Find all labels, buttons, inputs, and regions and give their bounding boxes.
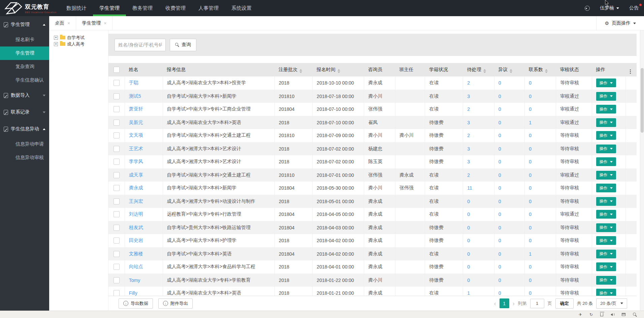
student-name-link[interactable]: Filly	[129, 290, 137, 296]
row-action-button[interactable]: 操作	[596, 197, 616, 206]
row-checkbox[interactable]	[114, 264, 120, 270]
row-action-button[interactable]: 操作	[596, 131, 616, 140]
row-checkbox[interactable]	[114, 80, 120, 86]
nav-system-settings[interactable]: 系统设置	[225, 0, 258, 16]
pending-count-link[interactable]: 3	[467, 120, 470, 125]
row-action-button[interactable]: 操作	[596, 171, 616, 180]
volume-icon[interactable]	[611, 313, 614, 316]
student-name-link[interactable]: 成天享	[129, 172, 143, 178]
student-name-link[interactable]: 萧亚轩	[129, 106, 143, 112]
nav-academic-management[interactable]: 教务管理	[126, 0, 159, 16]
sidebar-item-info-change-apply[interactable]: 信息异动申请	[0, 137, 49, 151]
row-checkbox[interactable]	[114, 251, 120, 257]
row-checkbox[interactable]	[114, 146, 120, 152]
sidebar-item-student-mgmt[interactable]: 学生管理	[0, 46, 49, 60]
row-checkbox[interactable]	[114, 159, 120, 165]
row-action-button[interactable]: 操作	[596, 236, 616, 245]
next-page-button[interactable]: ›	[513, 300, 515, 307]
dispute-count-link[interactable]: 0	[498, 106, 501, 112]
pending-count-link[interactable]: 0	[467, 225, 470, 230]
student-name-link[interactable]: 刘达明	[129, 211, 143, 217]
sidebar-group-data-import[interactable]: 数据导入	[0, 87, 49, 104]
column-settings-icon[interactable]	[630, 69, 631, 74]
row-action-button[interactable]: 操作	[596, 289, 616, 296]
close-icon[interactable]: ×	[67, 21, 70, 26]
sidebar-item-complex-query[interactable]: 复杂查询	[0, 60, 49, 73]
pending-count-link[interactable]: 0	[467, 199, 470, 204]
pending-count-link[interactable]: 0	[467, 212, 470, 217]
contact-count-link[interactable]: 0	[529, 172, 532, 178]
row-action-button[interactable]: 操作	[596, 184, 616, 192]
row-action-button[interactable]: 操作	[596, 157, 616, 166]
row-checkbox[interactable]	[114, 290, 120, 296]
export-data-button[interactable]: ↓ 导出数据	[119, 298, 153, 309]
dispute-count-link[interactable]: 0	[498, 225, 501, 230]
sort-icon[interactable]	[510, 69, 512, 73]
contact-count-link[interactable]: 0	[529, 106, 532, 112]
row-action-button[interactable]: 操作	[596, 118, 616, 127]
sidebar-item-info-change-audit[interactable]: 信息异动审核	[0, 151, 49, 164]
dispute-count-link[interactable]: 0	[498, 264, 501, 269]
student-name-link[interactable]: 王艺术	[129, 146, 143, 151]
page-size-select[interactable]: 20 条/页	[596, 298, 627, 309]
row-action-button[interactable]: 操作	[596, 78, 616, 87]
contact-count-link[interactable]: 0	[529, 80, 532, 86]
vertical-scrollbar[interactable]	[640, 30, 644, 311]
contact-count-link[interactable]: 0	[529, 94, 532, 99]
row-action-button[interactable]: 操作	[596, 105, 616, 114]
contact-count-link[interactable]: 0	[529, 290, 532, 296]
row-action-button[interactable]: 操作	[596, 250, 616, 258]
scrollbar-thumb[interactable]	[641, 68, 644, 133]
row-action-button[interactable]: 操作	[596, 223, 616, 232]
export-attachment-button[interactable]: ↓ 附件导出	[158, 298, 193, 309]
sort-icon[interactable]	[299, 69, 302, 73]
row-action-button[interactable]: 操作	[596, 210, 616, 219]
pending-count-link[interactable]: 0	[467, 278, 470, 283]
contact-count-link[interactable]: 1	[529, 251, 532, 257]
confirm-page-button[interactable]: 确定	[555, 298, 574, 309]
contact-count-link[interactable]: 0	[529, 159, 532, 164]
tree-node-self-study-exam[interactable]: +自学考试	[54, 34, 108, 41]
pending-count-link[interactable]: 0	[467, 264, 470, 269]
contact-count-link[interactable]: 0	[529, 225, 532, 230]
row-checkbox[interactable]	[114, 185, 120, 191]
user-menu[interactable]: 伍梦楠	[600, 5, 619, 11]
student-name-link[interactable]: 于聪	[129, 80, 138, 85]
contact-count-link[interactable]: 0	[529, 146, 532, 152]
nav-hr-management[interactable]: 人事管理	[192, 0, 225, 16]
dispute-count-link[interactable]: 0	[498, 199, 501, 204]
sidebar-group-student-mgmt[interactable]: 学生管理	[0, 16, 49, 33]
row-checkbox[interactable]	[114, 198, 120, 204]
dispute-count-link[interactable]: 0	[498, 146, 501, 152]
student-name-link[interactable]: 田史岩	[129, 237, 143, 243]
dispute-count-link[interactable]: 0	[498, 159, 501, 164]
student-name-link[interactable]: 桂友武	[129, 225, 143, 230]
contact-count-link[interactable]: 0	[529, 199, 532, 204]
launcher-icon[interactable]: ✈	[579, 313, 582, 317]
student-name-link[interactable]: 文天项	[129, 132, 143, 138]
pending-count-link[interactable]: 2	[467, 172, 470, 178]
dispute-count-link[interactable]: 0	[498, 290, 501, 296]
sidebar-item-student-info-confirm[interactable]: 学生信息确认	[0, 73, 49, 87]
theme-palette-icon[interactable]	[585, 6, 590, 11]
student-name-link[interactable]: 王兴宏	[129, 198, 143, 204]
sort-icon[interactable]	[545, 69, 548, 73]
pending-count-link[interactable]: 3	[467, 146, 470, 152]
pending-count-link[interactable]: 0	[467, 251, 470, 257]
row-action-button[interactable]: 操作	[596, 145, 616, 153]
contact-count-link[interactable]: 0	[529, 133, 532, 138]
search-input[interactable]	[115, 39, 166, 51]
notice-link[interactable]: 公告	[629, 5, 639, 11]
tab-student-management[interactable]: 学生管理×	[76, 16, 112, 30]
pending-count-link[interactable]: 1	[467, 290, 470, 296]
pending-count-link[interactable]: 11	[467, 185, 472, 191]
search-button[interactable]: 查询	[170, 39, 196, 51]
expand-plus-icon[interactable]: +	[54, 42, 58, 46]
dispute-count-link[interactable]: 0	[498, 238, 501, 243]
contact-count-link[interactable]: 0	[529, 212, 532, 217]
student-name-link[interactable]: 吴新元	[129, 120, 143, 125]
row-checkbox[interactable]	[114, 120, 120, 126]
contact-count-link[interactable]: 0	[529, 264, 532, 269]
pending-count-link[interactable]: 2	[467, 106, 470, 112]
pending-count-link[interactable]: 2	[467, 80, 470, 86]
